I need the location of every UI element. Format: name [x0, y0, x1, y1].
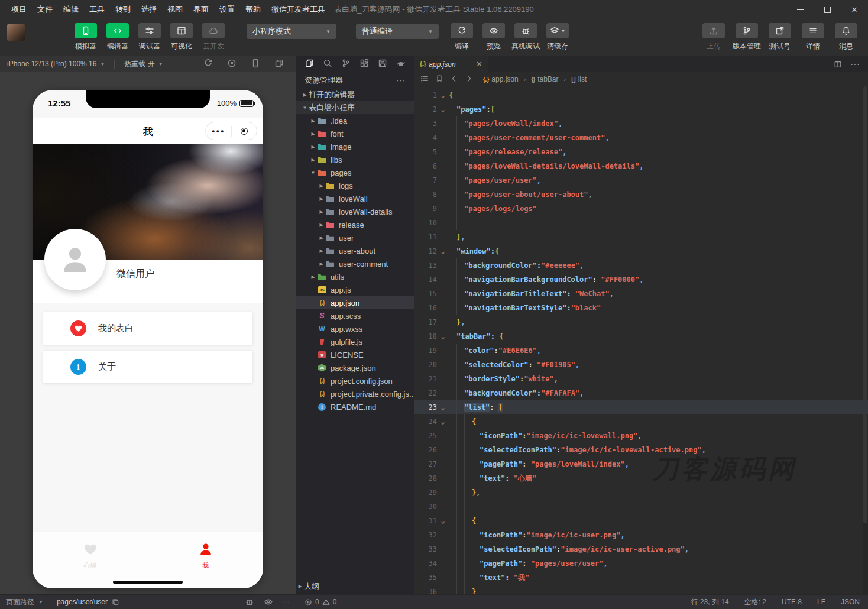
fold-chevron-icon[interactable]: ⌄: [437, 333, 449, 339]
eol[interactable]: LF: [817, 598, 825, 606]
tree-item-release[interactable]: ▶release: [296, 218, 414, 231]
sim-restart-button[interactable]: [203, 59, 213, 70]
sim-detach-window-button[interactable]: [274, 59, 284, 70]
menu-item-goto[interactable]: 转到: [110, 3, 136, 16]
code-line[interactable]: 7"pages/user/user",: [414, 173, 868, 187]
activity-utilities-button[interactable]: [396, 59, 406, 70]
version-control-button[interactable]: 版本管理: [733, 23, 760, 51]
home-capsule-icon[interactable]: [232, 128, 257, 135]
code-line[interactable]: 9"pages/logs/logs": [414, 202, 868, 216]
copy-icon[interactable]: [112, 598, 119, 606]
more-actions-icon[interactable]: ···: [396, 76, 406, 85]
code-line[interactable]: 11],: [414, 230, 868, 244]
activity-explorer-button[interactable]: [305, 59, 314, 70]
activity-npm-button[interactable]: [378, 59, 387, 70]
fold-chevron-icon[interactable]: ⌄: [437, 106, 449, 112]
menu-item-project[interactable]: 项目: [6, 3, 32, 16]
code-line[interactable]: 28"text": "心墙": [414, 471, 868, 485]
code-line[interactable]: 34"pagePath": "pages/user/user",: [414, 556, 868, 571]
language-mode[interactable]: JSON: [841, 598, 860, 606]
editor-button[interactable]: 编辑器: [104, 23, 131, 51]
sim-device-button[interactable]: [251, 59, 260, 70]
code-line[interactable]: 17},: [414, 315, 868, 329]
code-line[interactable]: 2⌄"pages":[: [414, 102, 868, 116]
code-line[interactable]: 25"iconPath":"image/ic/ic-lovewall.png",: [414, 429, 868, 443]
code-line[interactable]: 1⌄{: [414, 88, 868, 102]
tree-item-readme[interactable]: iREADME.md: [296, 400, 414, 413]
cursor-position[interactable]: 行 23, 列 14: [691, 597, 729, 607]
tree-item-pages[interactable]: ▼pages: [296, 166, 414, 179]
visual-button[interactable]: 可视化: [168, 23, 195, 51]
tree-item-gulpfile[interactable]: gulpfile.js: [296, 335, 414, 348]
menu-item-view[interactable]: 视图: [162, 3, 188, 16]
code-line[interactable]: 30: [414, 500, 868, 514]
scheme-dropdown[interactable]: 小程序模式 ▼: [247, 24, 336, 39]
eye-icon[interactable]: [264, 597, 273, 607]
code-line[interactable]: 8"pages/user-about/user-about",: [414, 187, 868, 202]
code-line[interactable]: 19"color":"#E6E6E6",: [414, 344, 868, 358]
messages-button[interactable]: 消息: [833, 23, 860, 51]
cloud-dev-button[interactable]: 云开发: [200, 23, 227, 51]
code-line[interactable]: 10: [414, 216, 868, 230]
code-line[interactable]: 36}: [414, 585, 868, 594]
code-line[interactable]: 29},: [414, 485, 868, 500]
breadcrumb-item[interactable]: [ ]list: [571, 75, 587, 83]
tree-item-app-json[interactable]: {..}app.json: [296, 296, 414, 309]
problems-indicator[interactable]: 0 0: [296, 595, 414, 609]
close-button[interactable]: ✕: [841, 0, 868, 19]
test-account-button[interactable]: 测试号: [766, 23, 793, 51]
tab-app-json[interactable]: {..} app.json ✕: [414, 56, 488, 72]
fold-chevron-icon[interactable]: ⌄: [437, 92, 449, 98]
outline-section[interactable]: ▶ 大纲: [296, 579, 414, 593]
hot-reload-toggle[interactable]: 热重载 开: [124, 59, 154, 69]
tree-item-user-comment[interactable]: ▶user-comment: [296, 257, 414, 270]
menu-item-edit[interactable]: 编辑: [58, 3, 84, 16]
user-avatar[interactable]: [7, 24, 25, 41]
fold-chevron-icon[interactable]: ⌄: [437, 248, 449, 254]
avatar[interactable]: [44, 229, 106, 290]
split-editor-icon[interactable]: [834, 60, 842, 69]
section-open-editors[interactable]: ▶打开的编辑器: [296, 88, 414, 101]
close-tab-icon[interactable]: ✕: [476, 60, 482, 69]
menu-item-devtools[interactable]: 微信开发者工具: [266, 3, 331, 16]
tree-item-utils[interactable]: ▶utils: [296, 270, 414, 283]
code-area[interactable]: 刀客源码网 1⌄{2⌄"pages":[3"pages/loveWall/ind…: [414, 86, 868, 594]
tree-item-license[interactable]: ★LICENSE: [296, 348, 414, 361]
more-actions-icon[interactable]: ···: [850, 59, 860, 70]
compile-mode-dropdown[interactable]: 普通编译 ▼: [356, 24, 439, 39]
code-line[interactable]: 6"pages/loveWall-details/loveWall-detail…: [414, 159, 868, 173]
fold-chevron-icon[interactable]: ⌄: [437, 419, 449, 425]
cell-my-confessions[interactable]: 我的表白: [43, 312, 252, 345]
encoding[interactable]: UTF-8: [782, 598, 802, 606]
code-line[interactable]: 22"backgroundColor":"#FAFAFA",: [414, 386, 868, 400]
tree-item-lovewall[interactable]: ▶loveWall: [296, 192, 414, 205]
bookmark-icon[interactable]: [435, 74, 443, 85]
device-debug-button[interactable]: 真机调试: [512, 23, 539, 51]
more-actions-icon[interactable]: ···: [283, 598, 290, 606]
cell-about[interactable]: i关于: [43, 351, 252, 383]
tree-item-package-json[interactable]: JSpackage.json: [296, 361, 414, 374]
code-line[interactable]: 31⌄{: [414, 514, 868, 528]
code-line[interactable]: 24⌄{: [414, 414, 868, 429]
code-line[interactable]: 3"pages/loveWall/index",: [414, 116, 868, 131]
code-line[interactable]: 5"pages/release/release",: [414, 145, 868, 159]
code-line[interactable]: 21"borderStyle":"white",: [414, 372, 868, 386]
tree-item-user[interactable]: ▶user: [296, 231, 414, 244]
code-line[interactable]: 15"navigationBarTitleText": "WeChat",: [414, 287, 868, 301]
menu-item-settings[interactable]: 设置: [214, 3, 240, 16]
tree-item-image[interactable]: ▶image: [296, 140, 414, 153]
maximize-button[interactable]: [814, 0, 841, 19]
menu-item-file[interactable]: 文件: [32, 3, 58, 16]
details-button[interactable]: 详情: [799, 23, 827, 51]
outline-list-icon[interactable]: [420, 74, 429, 85]
tree-item-logs[interactable]: ▶logs: [296, 179, 414, 192]
phone-tab-heart-wall[interactable]: 心墙: [33, 532, 148, 588]
tree-item-lovewall-details[interactable]: ▶loveWall-details: [296, 205, 414, 218]
tree-item-project-private-config[interactable]: {..}project.private.config.js...: [296, 387, 414, 400]
activity-search-button[interactable]: [323, 59, 332, 70]
device-selector[interactable]: iPhone 12/13 (Pro) 100% 16: [7, 60, 96, 68]
clear-cache-button[interactable]: ▼清缓存: [544, 23, 571, 51]
navigate-back-icon[interactable]: [450, 74, 458, 85]
tree-item-user-about[interactable]: ▶user-about: [296, 244, 414, 257]
code-line[interactable]: 23⌄"list": [: [414, 400, 868, 414]
